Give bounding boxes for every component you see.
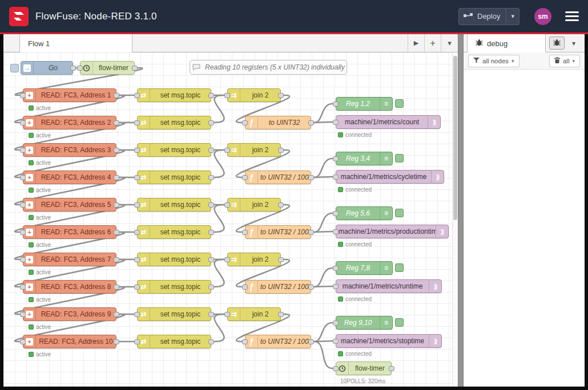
output-port[interactable] [208, 312, 214, 317]
output-port[interactable] [208, 175, 214, 180]
function-node[interactable]: ƒ to UINT32 / 100 [245, 335, 311, 348]
input-port[interactable] [333, 156, 339, 161]
output-port[interactable] [114, 93, 119, 98]
change-node[interactable]: ⇄ set msg.topic [137, 88, 211, 102]
debug-filter-button[interactable]: all nodes ▾ [468, 55, 519, 67]
output-port[interactable] [208, 285, 214, 290]
mqtt-out-node[interactable]: machine/1/metrics/runtime )) [336, 279, 442, 293]
change-node[interactable]: ⇄ set msg.topic [137, 143, 211, 157]
input-port[interactable] [20, 175, 26, 180]
function-node[interactable]: ƒ to UINT32 [245, 116, 311, 129]
debug-node[interactable]: Reg 3,4 ≡ [336, 152, 393, 165]
output-port[interactable] [308, 230, 314, 235]
input-port[interactable] [242, 339, 248, 344]
input-port[interactable] [20, 93, 26, 98]
flow-timer-node[interactable]: flow-timer [336, 361, 392, 375]
change-node[interactable]: ⇄ set msg.topic [137, 335, 211, 348]
input-port[interactable] [134, 175, 140, 180]
output-port[interactable] [114, 312, 119, 317]
input-port[interactable] [333, 101, 339, 107]
debug-window-button[interactable] [549, 36, 565, 50]
input-port[interactable] [134, 120, 140, 125]
sidebar-menu-button[interactable]: ▾ [567, 36, 580, 50]
output-port[interactable] [389, 366, 394, 371]
output-port[interactable] [308, 285, 314, 290]
input-port[interactable] [242, 120, 248, 125]
join-node[interactable]: ⇉ join 2 [227, 88, 281, 102]
mqtt-out-node[interactable]: machine/1/metrics/count )) [336, 115, 441, 129]
flow-timer-node[interactable]: flow-timer [80, 61, 135, 75]
join-node[interactable]: ⇉ join 2 [227, 143, 281, 157]
input-port[interactable] [134, 93, 140, 98]
change-node[interactable]: ⇄ set msg.topic [137, 280, 211, 294]
output-port[interactable] [132, 66, 138, 71]
input-port[interactable] [333, 229, 339, 234]
canvas-scrollbar-thumb[interactable] [453, 56, 457, 220]
input-port[interactable] [134, 312, 140, 317]
debug-node[interactable]: Reg 1,2 ≡ [336, 97, 393, 111]
output-port[interactable] [70, 66, 76, 71]
join-node[interactable]: ⇉ join 2 [227, 307, 281, 321]
run-flow-button[interactable]: ▶ [408, 34, 425, 52]
join-node[interactable]: ⇉ join 2 [227, 253, 281, 266]
modbus-read-node[interactable]: + READ: FC3, Address 4 [23, 170, 116, 184]
input-port[interactable] [77, 66, 83, 71]
input-port[interactable] [242, 175, 248, 180]
debug-node[interactable]: Reg 7,8 ≡ [336, 261, 393, 275]
comment-node[interactable]: Reading 10 registers (5 x UINT32) indivi… [190, 60, 347, 75]
output-port[interactable] [278, 202, 284, 208]
output-port[interactable] [208, 230, 214, 235]
input-port[interactable] [20, 257, 26, 262]
input-port[interactable] [333, 211, 339, 216]
debug-toggle-button[interactable] [395, 154, 404, 162]
input-port[interactable] [224, 257, 230, 262]
debug-clear-button[interactable]: all ▾ [549, 55, 580, 67]
input-port[interactable] [20, 285, 26, 290]
input-port[interactable] [20, 148, 26, 153]
debug-message-list[interactable] [464, 70, 585, 387]
change-node[interactable]: ⇄ set msg.topic [137, 198, 211, 212]
change-node[interactable]: ⇄ set msg.topic [137, 170, 211, 184]
output-port[interactable] [114, 230, 119, 235]
function-node[interactable]: ƒ to UINT32 / 100 [245, 170, 311, 184]
debug-toggle-button[interactable] [395, 263, 404, 272]
inject-button[interactable] [10, 64, 19, 72]
modbus-read-node[interactable]: + READ: FC3, Address 3 [23, 143, 116, 157]
output-port[interactable] [208, 339, 214, 344]
output-port[interactable] [208, 202, 214, 208]
input-port[interactable] [20, 202, 26, 208]
output-port[interactable] [208, 257, 214, 262]
input-port[interactable] [224, 312, 230, 317]
flow-canvas[interactable]: → Go flow-timer [3, 52, 458, 387]
output-port[interactable] [278, 93, 284, 98]
output-port[interactable] [278, 312, 284, 317]
output-port[interactable] [114, 148, 119, 153]
mqtt-out-node[interactable]: machine/1/metrics/productiontime )) [336, 225, 449, 238]
input-port[interactable] [134, 230, 140, 235]
modbus-read-node[interactable]: + READ: FC3, Address 5 [23, 198, 116, 212]
input-port[interactable] [333, 366, 339, 371]
input-port[interactable] [333, 320, 339, 326]
input-port[interactable] [224, 148, 230, 153]
flow-tab[interactable]: Flow 1 [19, 34, 132, 52]
flow-list-button[interactable]: ▾ [441, 34, 458, 52]
input-port[interactable] [134, 257, 140, 262]
sidebar-splitter[interactable] [458, 34, 464, 387]
debug-toggle-button[interactable] [395, 318, 404, 327]
input-port[interactable] [134, 339, 140, 344]
output-port[interactable] [278, 148, 284, 153]
debug-toggle-button[interactable] [395, 99, 404, 108]
input-port[interactable] [333, 339, 339, 344]
modbus-read-node[interactable]: + READ: FC3, Address 9 [23, 307, 116, 321]
output-port[interactable] [114, 202, 119, 208]
output-port[interactable] [114, 339, 119, 344]
mqtt-out-node[interactable]: machine/1/metrics/cycletime )) [336, 170, 444, 184]
input-port[interactable] [242, 230, 248, 235]
join-node[interactable]: ⇉ join 2 [227, 198, 281, 212]
output-port[interactable] [308, 175, 314, 180]
add-flow-button[interactable]: + [425, 34, 441, 52]
function-node[interactable]: ƒ to UINT32 / 100 [245, 280, 311, 294]
input-port[interactable] [224, 93, 230, 98]
mqtt-out-node[interactable]: machine/1/metrics/stoptime )) [336, 334, 442, 348]
change-node[interactable]: ⇄ set msg.topic [137, 225, 211, 239]
